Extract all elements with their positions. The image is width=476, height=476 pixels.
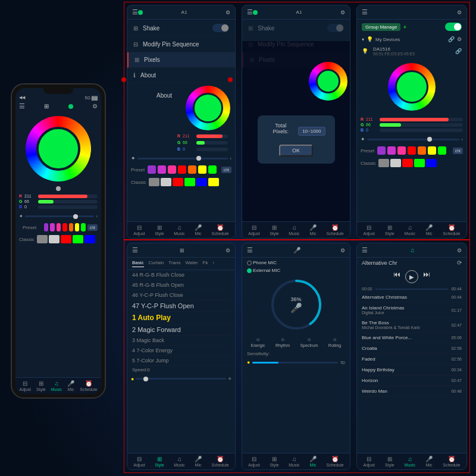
tr-device-row[interactable]: 💡 DA1516 56:51:FE:D5:E5:45:E5 🔗 — [357, 45, 466, 58]
phone-preset-4[interactable] — [62, 223, 67, 231]
br-next-btn[interactable]: ⏭ — [423, 270, 430, 283]
tm-gear-icon[interactable]: ⚙ — [340, 10, 345, 15]
tl-classic-2[interactable] — [161, 178, 171, 186]
bl-nav-adjust[interactable]: ⊟ Adjust — [133, 456, 145, 467]
tl-color-wheel[interactable] — [186, 86, 230, 130]
bm-sensitivity-slider[interactable]: ● 50 — [242, 358, 350, 367]
tr-preset-btn[interactable]: cht — [453, 148, 463, 154]
bl-effect-4[interactable]: 4 7-Color Energy — [132, 346, 230, 356]
tl-brightness-track[interactable] — [137, 158, 228, 159]
bl-tab-fk[interactable]: Fk — [203, 260, 208, 267]
phone-nav-adjust[interactable]: ⊟ Adjust — [20, 380, 31, 392]
tr-gear-icon[interactable]: ⚙ — [457, 10, 462, 15]
phone-menu-icon[interactable]: ☰ — [19, 102, 25, 110]
bl-tab-trans[interactable]: Trans — [168, 260, 180, 267]
tl-preset-1[interactable] — [148, 165, 156, 174]
phone-tune-icon[interactable]: ⊞ — [44, 103, 49, 109]
tl-pixels-item[interactable]: ⊞ Pixels — [127, 52, 235, 68]
br-track-8[interactable]: Weirdo Man 00:48 — [357, 386, 466, 397]
br-nav-style[interactable]: ⊞ Style — [385, 456, 394, 467]
tr-classic-4[interactable] — [414, 159, 425, 167]
tl-nav-mic[interactable]: 🎤 Mic — [195, 224, 202, 236]
tr-classic-3[interactable] — [402, 159, 413, 167]
tl-classic-6[interactable] — [208, 178, 219, 186]
phone-preset-3[interactable] — [57, 223, 61, 231]
bm-mode-energic[interactable]: ○ Energic — [251, 336, 265, 347]
bl-effect-1[interactable]: 1 Auto Play — [132, 312, 230, 324]
bm-sens-track[interactable] — [252, 362, 338, 364]
bm-nav-schedule[interactable]: ⏰ Schedule — [326, 456, 343, 467]
tr-devices-link-icon[interactable]: 🔗 — [448, 36, 455, 42]
bl-gear-icon[interactable]: ⚙ — [226, 248, 230, 253]
tr-nav-schedule[interactable]: ⏰ Schedule — [443, 224, 460, 236]
phone-classic-1[interactable] — [37, 235, 48, 243]
phone-classic-5[interactable] — [84, 235, 95, 243]
bm-mode-spectrum[interactable]: ○ Spectrum — [300, 336, 318, 347]
bl-effect-45[interactable]: 45 R-G-B Flush Open — [132, 280, 230, 290]
tm-nav-schedule[interactable]: ⏰ Schedule — [326, 224, 343, 236]
tl-nav-adjust[interactable]: ⊟ Adjust — [133, 224, 145, 236]
phone-hue-knob[interactable] — [56, 186, 61, 191]
phone-slider-thumb[interactable] — [73, 214, 78, 219]
bl-effect-3[interactable]: 3 Magic Back — [132, 336, 230, 346]
tr-color-wheel[interactable] — [388, 63, 436, 111]
tr-preset-6[interactable] — [428, 146, 436, 155]
br-prev-btn[interactable]: ⏮ — [393, 270, 400, 283]
br-nav-adjust[interactable]: ⊟ Adjust — [364, 456, 375, 467]
tr-nav-mic[interactable]: 🎤 Mic — [425, 224, 433, 236]
tm-nav-mic[interactable]: 🎤 Mic — [309, 224, 317, 236]
br-track-6[interactable]: Happy Birthday 00:34 — [357, 365, 466, 375]
bl-effect-2[interactable]: 2 Magic Forward — [132, 324, 230, 336]
tm-nav-style[interactable]: ⊞ Style — [270, 224, 279, 236]
bm-nav-mic[interactable]: 🎤 Mic — [309, 456, 317, 467]
br-shuffle-icon[interactable]: ⟳ — [457, 259, 462, 266]
bl-tab-basic[interactable]: Basic — [132, 260, 144, 267]
phone-nav-schedule[interactable]: ⏰ Schedule — [80, 380, 97, 392]
bl-tab-more[interactable]: › — [212, 260, 214, 267]
tl-gear-icon[interactable]: ⚙ — [226, 10, 230, 15]
tl-shake-toggle[interactable] — [212, 24, 229, 32]
tr-brightness-thumb[interactable] — [427, 137, 432, 142]
tr-preset-1[interactable] — [377, 146, 386, 155]
tm-nav-adjust[interactable]: ⊟ Adjust — [248, 224, 259, 236]
tl-brightness-thumb[interactable] — [196, 156, 201, 161]
br-play-btn[interactable]: ▶ — [405, 270, 418, 283]
tl-nav-music[interactable]: ♫ Music — [174, 224, 184, 236]
tl-preset-5[interactable] — [188, 165, 196, 174]
bl-effect-46[interactable]: 46 Y-C-P Flush Close — [132, 290, 230, 300]
phone-preset-5[interactable] — [69, 223, 73, 231]
tm-nav-music[interactable]: ♫ Music — [289, 224, 299, 236]
bm-phone-mic-option[interactable]: Phone MIC — [247, 260, 277, 265]
phone-classic-4[interactable] — [73, 235, 83, 243]
tr-preset-3[interactable] — [397, 146, 406, 155]
phone-nav-style[interactable]: ⊞ Style — [36, 380, 46, 392]
phone-preset-btn[interactable]: cht — [87, 224, 98, 231]
bm-menu-icon[interactable]: ☰ — [247, 246, 253, 254]
phone-preset-6[interactable] — [75, 223, 79, 231]
br-track-4[interactable]: Croatia 02:58 — [357, 343, 466, 354]
bl-nav-schedule[interactable]: ⏰ Schedule — [211, 456, 228, 467]
tr-nav-music[interactable]: ♫ Music — [405, 224, 415, 236]
bl-nav-mic[interactable]: 🎤 Mic — [195, 456, 202, 467]
bm-mic-center-icon[interactable]: 🎤 — [290, 302, 302, 314]
tl-nav-schedule[interactable]: ⏰ Schedule — [211, 224, 228, 236]
br-gear-icon[interactable]: ⚙ — [457, 248, 462, 253]
tr-brightness-track[interactable] — [367, 139, 459, 140]
phone-brightness-slider[interactable]: ✦ › — [15, 212, 101, 221]
tl-menu-icon[interactable]: ☰ — [132, 8, 138, 16]
tl-preset-btn[interactable]: cht — [221, 167, 231, 173]
tl-shake-item[interactable]: ⊞ Shake — [127, 20, 235, 37]
bl-speed-slider[interactable]: ● + — [127, 374, 235, 384]
tm-color-wheel[interactable] — [309, 62, 347, 101]
br-nav-schedule[interactable]: ⏰ Schedule — [443, 456, 460, 467]
tl-classic-5[interactable] — [196, 178, 207, 186]
tr-group-toggle[interactable] — [445, 23, 462, 31]
br-track-5[interactable]: Faded 02:56 — [357, 354, 466, 365]
tl-classic-4[interactable] — [184, 178, 195, 186]
bl-speed-thumb[interactable] — [143, 377, 148, 381]
bm-ext-mic-option[interactable]: External MIC — [247, 268, 280, 273]
tr-devices-settings-icon[interactable]: ⚙ — [457, 36, 462, 42]
tr-group-plus-icon[interactable]: + — [403, 24, 406, 30]
tr-classic-2[interactable] — [390, 159, 401, 167]
br-track-7[interactable]: Horizon 02:47 — [357, 375, 466, 386]
